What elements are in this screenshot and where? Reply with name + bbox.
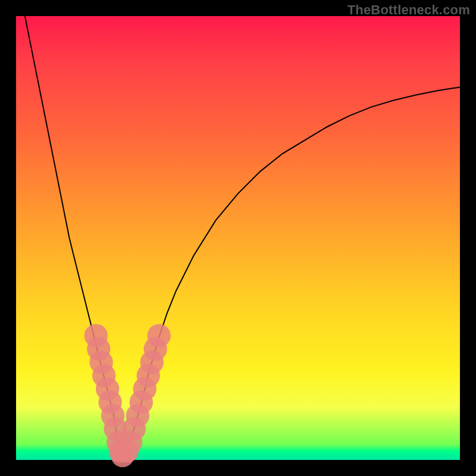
chart-frame: TheBottleneck.com	[0, 0, 476, 476]
watermark-text: TheBottleneck.com	[347, 2, 470, 18]
scatter-markers	[84, 324, 171, 467]
chart-svg	[16, 16, 460, 460]
scatter-point	[148, 324, 171, 347]
curve-right-branch	[123, 87, 460, 460]
plot-area	[16, 16, 460, 460]
